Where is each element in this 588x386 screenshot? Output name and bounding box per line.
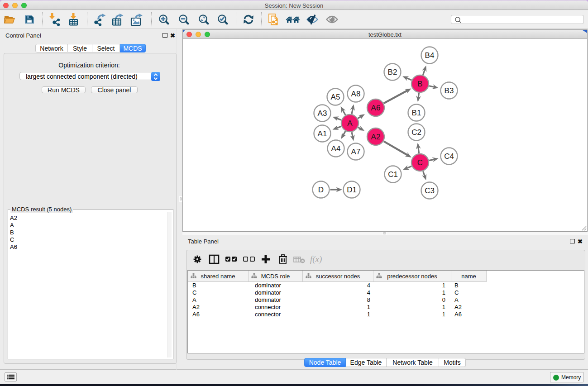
svg-text:C1: C1 — [388, 170, 398, 179]
svg-text:B3: B3 — [445, 86, 454, 95]
svg-text:C2: C2 — [411, 128, 421, 137]
svg-text:A3: A3 — [318, 109, 327, 118]
svg-text:B: B — [417, 80, 422, 88]
svg-text:B1: B1 — [412, 109, 421, 117]
svg-text:A8: A8 — [351, 90, 361, 98]
svg-text:C: C — [417, 158, 423, 167]
svg-text:A6: A6 — [371, 104, 381, 112]
svg-text:A: A — [347, 119, 353, 128]
svg-text:B2: B2 — [388, 68, 397, 76]
svg-text:A7: A7 — [351, 148, 361, 156]
svg-text:C4: C4 — [444, 152, 454, 161]
svg-text:A2: A2 — [371, 133, 381, 141]
svg-text:C3: C3 — [425, 186, 435, 195]
svg-text:D: D — [318, 186, 324, 194]
svg-text:A5: A5 — [331, 93, 340, 101]
svg-text:A1: A1 — [318, 129, 327, 138]
svg-text:D1: D1 — [347, 186, 357, 194]
svg-text:B4: B4 — [425, 51, 435, 60]
svg-text:A4: A4 — [331, 144, 341, 153]
